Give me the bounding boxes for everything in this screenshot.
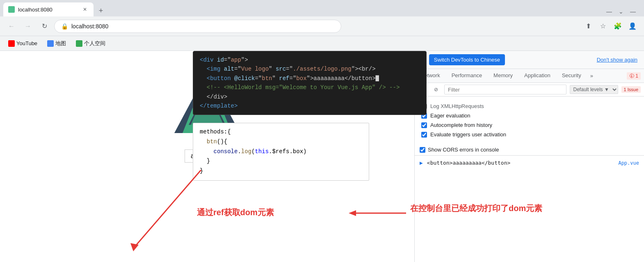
- autocomplete-checkbox[interactable]: [421, 122, 427, 128]
- settings-row-log-xml: Log XMLHttpRequests: [421, 101, 637, 111]
- issue-count: 1 Issue: [621, 86, 641, 93]
- back-btn[interactable]: ←: [5, 20, 18, 33]
- eval-triggers-checkbox[interactable]: [421, 132, 427, 138]
- cors-checkbox[interactable]: [420, 147, 425, 153]
- profile-icon[interactable]: 👤: [626, 20, 639, 33]
- youtube-icon: [8, 40, 15, 47]
- settings-row-eval-triggers: Evaluate triggers user activation: [421, 130, 637, 139]
- bookmark-icon[interactable]: ☆: [596, 20, 610, 33]
- forward-btn[interactable]: →: [21, 20, 34, 33]
- bookmark-map[interactable]: 地图: [44, 38, 69, 49]
- active-tab[interactable]: localhost:8080 ✕: [3, 2, 94, 16]
- window-maximize-btn[interactable]: ⌄: [617, 7, 625, 16]
- cors-row: Show CORS errors in console: [415, 144, 644, 155]
- bookmark-youtube[interactable]: YouTube: [5, 39, 41, 48]
- extensions-icon[interactable]: 🧩: [611, 20, 624, 33]
- toolbar-right: ⬆ ☆ 🧩 👤: [582, 20, 639, 33]
- tab-title: localhost:8080: [18, 7, 78, 13]
- settings-panel: Log XMLHttpRequests Eager evaluation Aut…: [415, 97, 644, 144]
- console-filter-input[interactable]: [444, 85, 566, 94]
- console-output-row: ▶ <button>aaaaaaaaa</button> App.vue: [420, 159, 639, 167]
- window-close-btn[interactable]: —: [628, 7, 637, 16]
- browser-frame: localhost:8080 ✕ + — ⌄ — ← → ↻ 🔒 localho…: [0, 0, 644, 262]
- tab-memory[interactable]: Memory: [488, 69, 518, 83]
- issue-badge: 🛈 1: [627, 72, 641, 80]
- tab-favicon: [8, 6, 15, 13]
- window-minimize-btn[interactable]: —: [605, 7, 614, 16]
- dont-show-btn[interactable]: Don't show again: [597, 57, 637, 63]
- code-block-bottom: methods:{ btn(){ console.log(this.$refs.…: [193, 123, 369, 181]
- tab-bar: localhost:8080 ✕ + — ⌄ —: [0, 0, 644, 16]
- autocomplete-label: Autocomplete from history: [430, 122, 492, 128]
- share-icon[interactable]: ⬆: [582, 20, 595, 33]
- annotation-left: 通过ref获取dom元素: [197, 207, 274, 218]
- log-xml-label: Log XMLHttpRequests: [430, 103, 484, 109]
- bookmark-youtube-label: YouTube: [16, 40, 37, 46]
- bookmark-map-label: 地图: [55, 40, 66, 47]
- console-filter-icon: ⊘: [431, 85, 441, 94]
- console-toolbar: 🚫 ⊘ Default levels ▼ 1 Issue: [415, 83, 644, 97]
- tab-application[interactable]: Application: [518, 69, 556, 83]
- address-bar: ← → ↻ 🔒 localhost:8080 ⬆ ☆ 🧩 👤: [0, 16, 644, 36]
- content-area: aaaaaaaaa <div id="app"> <img alt="Vue l…: [0, 51, 644, 262]
- tab-performance[interactable]: Performance: [446, 69, 488, 83]
- code-block-top: <div id="app"> <img alt="Vue logo" src="…: [193, 51, 427, 115]
- new-tab-btn[interactable]: +: [95, 5, 107, 16]
- bookmarks-bar: YouTube 地图 个人空间: [0, 36, 644, 51]
- bookmark-space[interactable]: 个人空间: [73, 38, 109, 49]
- cors-label: Show CORS errors in console: [428, 147, 499, 153]
- eval-triggers-label: Evaluate triggers user activation: [430, 131, 506, 138]
- address-input[interactable]: 🔒 localhost:8080: [54, 20, 341, 33]
- devtools-banner: to Switch DevTools to Chinese Don't show…: [415, 51, 644, 69]
- address-text: localhost:8080: [71, 23, 108, 30]
- tab-close-btn[interactable]: ✕: [81, 6, 89, 13]
- devtools-tabs: Network Performance Memory Application S…: [415, 69, 644, 83]
- console-level-select[interactable]: Default levels ▼: [570, 85, 618, 94]
- bookmark-space-label: 个人空间: [84, 40, 105, 47]
- annotation-right: 在控制台里已经成功打印了dom元素: [410, 203, 542, 214]
- expand-icon[interactable]: ▶: [420, 160, 423, 166]
- switch-devtools-btn[interactable]: Switch DevTools to Chinese: [429, 54, 505, 65]
- code-content-top: <div id="app"> <img alt="Vue logo" src="…: [193, 51, 426, 115]
- settings-row-eager-eval: Eager evaluation: [421, 111, 637, 120]
- console-source[interactable]: App.vue: [618, 160, 639, 166]
- map-icon: [47, 40, 54, 47]
- settings-row-autocomplete: Autocomplete from history: [421, 120, 637, 130]
- tab-more-btn[interactable]: »: [587, 69, 596, 82]
- window-controls: — ⌄ —: [605, 7, 641, 16]
- console-output: ▶ <button>aaaaaaaaa</button> App.vue: [415, 155, 644, 170]
- console-output-text: <button>aaaaaaaaa</button>: [427, 160, 511, 166]
- devtools-panel: to Switch DevTools to Chinese Don't show…: [414, 51, 644, 262]
- globe-icon: [76, 40, 82, 47]
- reload-btn[interactable]: ↻: [38, 20, 51, 33]
- lock-icon: 🔒: [61, 23, 68, 30]
- eager-eval-label: Eager evaluation: [430, 113, 470, 119]
- tab-security[interactable]: Security: [556, 69, 587, 83]
